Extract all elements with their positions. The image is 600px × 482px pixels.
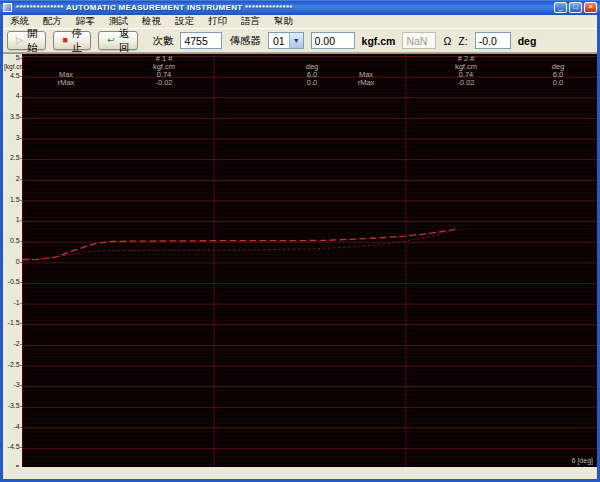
torque-unit-label: kgf.cm	[362, 35, 396, 47]
y-tick-label: 1.5-	[3, 196, 22, 203]
menu-item-7[interactable]: 語言	[234, 15, 267, 28]
measurement-curve	[22, 54, 597, 467]
status-bar	[3, 467, 597, 479]
y-tick-label: -3.5-	[3, 402, 22, 409]
maximize-button[interactable]: □	[569, 2, 582, 13]
y-tick-label: -1-	[3, 299, 22, 306]
stats-force-value-1-rMax: -0.02	[155, 79, 172, 87]
return-arrow-icon: ↩	[107, 36, 115, 45]
stop-button-label: 停止	[72, 27, 83, 55]
chevron-down-icon[interactable]: ▼	[289, 33, 303, 48]
y-tick-label: 0.5-	[3, 237, 22, 244]
window-title: ************** AUTOMATIC MEASUREMENT INS…	[16, 3, 554, 12]
close-button[interactable]: ×	[584, 2, 597, 13]
sensor-select[interactable]: 01 ▼	[268, 32, 304, 49]
sensor-label: 傳感器	[229, 34, 261, 48]
y-tick-label: 3-	[3, 134, 22, 141]
y-tick-label: 2-	[3, 175, 22, 182]
menu-item-6[interactable]: 打印	[201, 15, 234, 28]
y-tick-label: 2.5-	[3, 154, 22, 161]
chart-area: [kgf.cm 6 [deg] # 1 #kgf.cmdegMax0.746.0…	[3, 53, 597, 467]
y-tick-label: 5-	[3, 54, 22, 61]
app-window: ************** AUTOMATIC MEASUREMENT INS…	[0, 0, 600, 482]
menu-item-8[interactable]: 幫助	[267, 15, 300, 28]
stats-angle-value-1-rMax: 0.0	[307, 79, 317, 87]
y-tick-label: 4-	[3, 92, 22, 99]
menu-item-1[interactable]: 配方	[36, 15, 69, 28]
z-unit-label: deg	[518, 35, 537, 47]
z-label: Z:	[458, 35, 467, 47]
menu-item-4[interactable]: 檢視	[135, 15, 168, 28]
return-trace	[22, 230, 453, 261]
y-tick-label: 3.5-	[3, 113, 22, 120]
y-tick-label: 0-	[3, 258, 22, 265]
return-button-label: 返回	[119, 27, 130, 55]
y-tick-label: -1.5-	[3, 319, 22, 326]
y-tick-label: 4.5-	[3, 72, 22, 79]
resistance-input	[402, 32, 436, 49]
forward-trace	[22, 229, 455, 260]
y-tick-label: -3-	[3, 381, 22, 388]
count-input[interactable]	[180, 32, 222, 49]
toolbar: ▷ 開始 ■ 停止 ↩ 返回 次數 傳感器 01 ▼ kgf.cm Ω Z: d…	[3, 28, 597, 53]
stats-row-label-1-rMax: rMax	[58, 79, 75, 87]
start-button-label: 開始	[27, 27, 38, 55]
y-tick-label: -4-	[3, 423, 22, 430]
ohm-symbol: Ω	[443, 35, 451, 47]
stats-force-value-2-rMax: -0.02	[457, 79, 474, 87]
y-tick-label: 1-	[3, 216, 22, 223]
stop-square-icon: ■	[62, 36, 67, 45]
play-icon: ▷	[16, 36, 23, 45]
window-controls: _ □ ×	[554, 2, 597, 13]
stop-button[interactable]: ■ 停止	[53, 31, 91, 50]
plot-area: 6 [deg] # 1 #kgf.cmdegMax0.746.0rMax-0.0…	[22, 54, 597, 467]
y-tick-label: -2.5-	[3, 361, 22, 368]
y-tick-label: -0.5-	[3, 278, 22, 285]
start-button[interactable]: ▷ 開始	[7, 31, 46, 50]
sensor-select-value: 01	[273, 35, 285, 47]
torque-input[interactable]	[311, 32, 355, 49]
stats-angle-value-2-rMax: 0.0	[553, 79, 563, 87]
minimize-button[interactable]: _	[554, 2, 567, 13]
stats-row-label-2-rMax: rMax	[358, 79, 375, 87]
titlebar: ************** AUTOMATIC MEASUREMENT INS…	[0, 0, 600, 15]
window-border-left	[0, 15, 3, 479]
y-tick-label: -2-	[3, 340, 22, 347]
z-input[interactable]	[475, 32, 511, 49]
return-button[interactable]: ↩ 返回	[98, 31, 138, 50]
menu-item-5[interactable]: 設定	[168, 15, 201, 28]
x-axis-label: 6 [deg]	[572, 457, 593, 464]
menubar: 系統配方歸零測試檢視設定打印語言幫助	[3, 15, 597, 28]
app-icon	[3, 3, 12, 12]
count-label: 次數	[152, 34, 173, 48]
y-tick-label: -4.5-	[3, 443, 22, 450]
